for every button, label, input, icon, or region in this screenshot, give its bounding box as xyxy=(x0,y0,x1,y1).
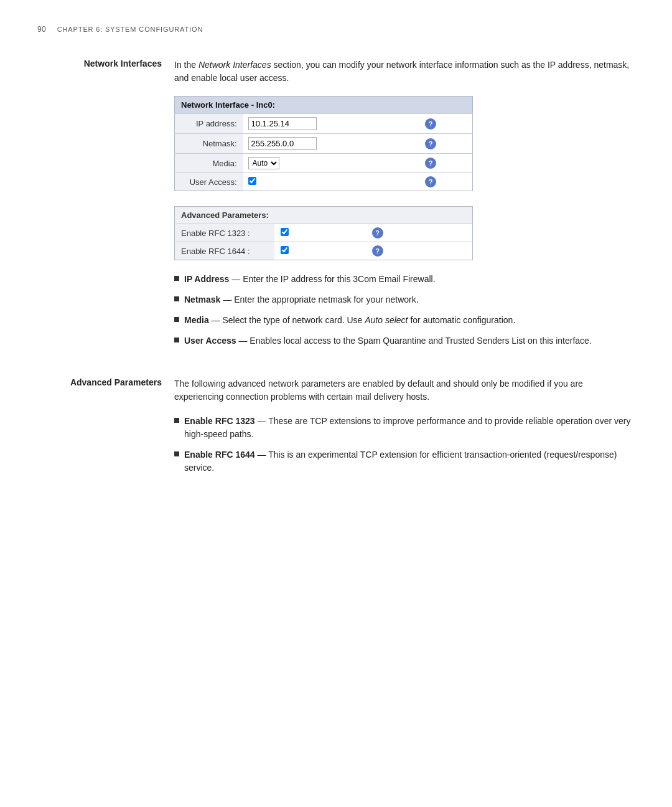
bullet-icon xyxy=(174,317,179,322)
media-help-icon[interactable]: ? xyxy=(425,158,436,169)
section-label-network-interfaces: Network Interfaces xyxy=(37,59,174,355)
user-access-help-cell: ? xyxy=(419,173,472,191)
bullet-term: User Access xyxy=(184,336,236,346)
list-item: IP Address — Enter the IP address for th… xyxy=(174,273,635,286)
advanced-table-header-row: Advanced Parameters: xyxy=(175,207,473,224)
rfc1323-label: Enable RFC 1323 : xyxy=(175,224,274,242)
bullet-icon xyxy=(174,296,179,301)
page-number: 90 xyxy=(37,25,46,34)
ip-address-input[interactable] xyxy=(248,117,317,130)
netmask-value-cell xyxy=(243,134,419,154)
bullet-text: Enable RFC 1644 — This is an experimenta… xyxy=(184,448,635,474)
bullet-text: Media — Select the type of network card.… xyxy=(184,314,515,327)
bullet-text: IP Address — Enter the IP address for th… xyxy=(184,273,436,286)
table-row: User Access: ? xyxy=(175,173,473,191)
bullet-term: Netmask xyxy=(184,295,220,304)
advanced-parameters-bullet-list: Enable RFC 1323 — These are TCP extensio… xyxy=(174,415,635,474)
ip-address-label: IP address: xyxy=(175,114,243,134)
netmask-label: Netmask: xyxy=(175,134,243,154)
netmask-input[interactable] xyxy=(248,137,317,150)
ip-address-value-cell xyxy=(243,114,419,134)
rfc1644-help-cell: ? xyxy=(366,242,473,260)
network-interfaces-section: Network Interfaces In the Network Interf… xyxy=(37,59,635,355)
user-access-help-icon[interactable]: ? xyxy=(425,176,436,187)
rfc1323-checkbox[interactable] xyxy=(281,228,289,236)
netmask-help-cell: ? xyxy=(419,134,472,154)
bullet-icon xyxy=(174,337,179,342)
media-help-cell: ? xyxy=(419,154,472,173)
bullet-icon xyxy=(174,451,179,456)
section-label-advanced-parameters: Advanced Parameters xyxy=(37,377,174,482)
auto-select-italic: Auto select xyxy=(365,315,408,325)
rfc1323-value-cell xyxy=(274,224,366,242)
intro-text-before: In the xyxy=(174,60,198,70)
rfc1323-help-cell: ? xyxy=(366,224,473,242)
rfc1644-label: Enable RFC 1644 : xyxy=(175,242,274,260)
bullet-icon xyxy=(174,276,179,281)
media-value-cell: Auto xyxy=(243,154,419,173)
bullet-term: Media xyxy=(184,315,209,325)
network-interface-table: Network Interface - Inc0: IP address: ? … xyxy=(174,96,473,191)
table-row: Media: Auto ? xyxy=(175,154,473,173)
list-item: Media — Select the type of network card.… xyxy=(174,314,635,327)
list-item: Enable RFC 1644 — This is an experimenta… xyxy=(174,448,635,474)
page-header: 90 Chapter 6: System Configuration xyxy=(37,25,635,34)
advanced-parameters-table: Advanced Parameters: Enable RFC 1323 : ?… xyxy=(174,206,473,260)
user-access-checkbox[interactable] xyxy=(248,177,256,185)
table-row: Netmask: ? xyxy=(175,134,473,154)
rfc1644-help-icon[interactable]: ? xyxy=(372,245,383,257)
advanced-parameters-content: The following advanced network parameter… xyxy=(174,377,635,482)
table-row: IP address: ? xyxy=(175,114,473,134)
table-header: Network Interface - Inc0: xyxy=(175,97,473,114)
intro-italic: Network Interfaces xyxy=(198,60,271,70)
media-select[interactable]: Auto xyxy=(248,157,279,169)
bullet-term: IP Address xyxy=(184,274,229,284)
ip-address-help-cell: ? xyxy=(419,114,472,134)
rfc1323-help-icon[interactable]: ? xyxy=(372,227,383,238)
list-item: Enable RFC 1323 — These are TCP extensio… xyxy=(174,415,635,441)
network-interfaces-content: In the Network Interfaces section, you c… xyxy=(174,59,635,355)
table-row: Enable RFC 1323 : ? xyxy=(175,224,473,242)
media-label: Media: xyxy=(175,154,243,173)
network-interfaces-bullet-list: IP Address — Enter the IP address for th… xyxy=(174,273,635,347)
table-row: Enable RFC 1644 : ? xyxy=(175,242,473,260)
rfc1644-value-cell xyxy=(274,242,366,260)
netmask-help-icon[interactable]: ? xyxy=(425,138,436,149)
rfc1644-checkbox[interactable] xyxy=(281,246,289,254)
user-access-label: User Access: xyxy=(175,173,243,191)
list-item: Netmask — Enter the appropriate netmask … xyxy=(174,293,635,306)
bullet-text: Netmask — Enter the appropriate netmask … xyxy=(184,293,419,306)
user-access-value-cell xyxy=(243,173,419,191)
chapter-label: Chapter 6: xyxy=(57,26,103,33)
bullet-icon xyxy=(174,418,179,423)
network-interfaces-intro: In the Network Interfaces section, you c… xyxy=(174,59,635,85)
list-item: User Access — Enables local access to th… xyxy=(174,334,635,347)
table-header-row: Network Interface - Inc0: xyxy=(175,97,473,114)
advanced-parameters-intro: The following advanced network parameter… xyxy=(174,377,635,404)
bullet-text: User Access — Enables local access to th… xyxy=(184,334,592,347)
bullet-text: Enable RFC 1323 — These are TCP extensio… xyxy=(184,415,635,441)
chapter-title: System Configuration xyxy=(105,26,203,33)
advanced-table-header: Advanced Parameters: xyxy=(175,207,473,224)
ip-address-help-icon[interactable]: ? xyxy=(425,118,436,130)
bullet-term: Enable RFC 1323 xyxy=(184,416,255,426)
bullet-term: Enable RFC 1644 xyxy=(184,450,255,460)
advanced-parameters-section: Advanced Parameters The following advanc… xyxy=(37,377,635,482)
